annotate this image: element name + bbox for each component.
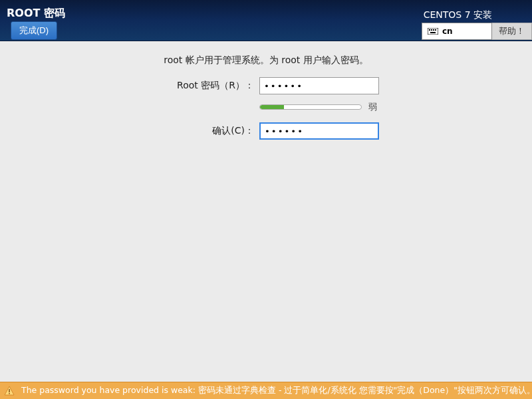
header-right-controls: cn 帮助！ xyxy=(422,23,532,40)
warning-icon xyxy=(4,386,15,396)
password-strength-fill xyxy=(260,105,284,109)
root-password-input[interactable] xyxy=(259,77,379,94)
page-title: ROOT 密码 xyxy=(7,7,65,21)
svg-rect-5 xyxy=(430,32,436,33)
help-button[interactable]: 帮助！ xyxy=(492,23,532,40)
keyboard-icon xyxy=(428,28,438,35)
installer-title: CENTOS 7 安装 xyxy=(424,9,492,21)
warning-bar: The password you have provided is weak: … xyxy=(0,382,532,399)
svg-rect-4 xyxy=(435,29,436,31)
svg-rect-2 xyxy=(431,29,432,31)
svg-rect-1 xyxy=(429,29,430,31)
main-content: root 帐户用于管理系统。为 root 用户输入密码。 Root 密码（R）：… xyxy=(0,41,532,140)
svg-rect-6 xyxy=(9,389,10,392)
keyboard-layout-button[interactable]: cn xyxy=(422,23,492,40)
confirm-label: 确认(C)： xyxy=(153,125,259,137)
svg-rect-7 xyxy=(9,393,10,394)
strength-row: 弱 xyxy=(0,101,532,113)
header-bar: ROOT 密码 完成(D) CENTOS 7 安装 cn 帮助！ xyxy=(0,0,532,41)
warning-text: The password you have provided is weak: … xyxy=(21,385,532,396)
keyboard-layout-label: cn xyxy=(442,27,453,36)
done-button[interactable]: 完成(D) xyxy=(11,21,57,40)
svg-rect-3 xyxy=(433,29,434,31)
password-row: Root 密码（R）： xyxy=(0,77,532,94)
confirm-row: 确认(C)： xyxy=(0,122,532,140)
svg-rect-0 xyxy=(428,28,438,35)
password-strength-label: 弱 xyxy=(368,101,379,113)
instruction-text: root 帐户用于管理系统。为 root 用户输入密码。 xyxy=(0,55,532,66)
password-strength-bar xyxy=(259,104,362,110)
confirm-password-input[interactable] xyxy=(259,122,379,140)
password-label: Root 密码（R）： xyxy=(153,80,259,92)
